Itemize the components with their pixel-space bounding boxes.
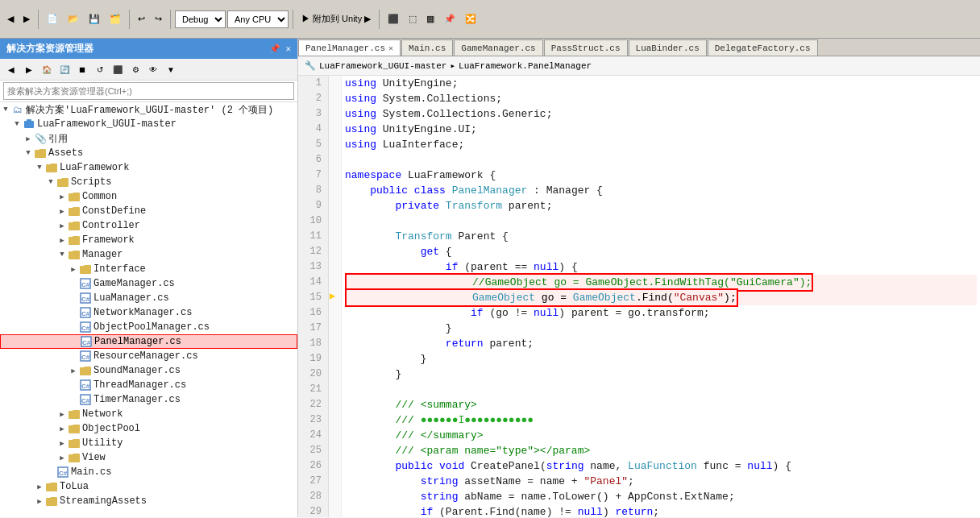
st-stop[interactable]: ⏹ bbox=[74, 61, 90, 77]
close-btn[interactable]: ✕ bbox=[285, 44, 291, 54]
tree-item-manager[interactable]: ▼Manager bbox=[0, 247, 297, 262]
editor-tab-passstructcs[interactable]: PassStruct.cs bbox=[544, 39, 628, 56]
tree-item-maincs[interactable]: C#Main.cs bbox=[0, 465, 297, 479]
line-number-14: 14 bbox=[305, 275, 322, 290]
tool3[interactable]: ▦ bbox=[422, 11, 438, 27]
tree-item-label: Assets bbox=[48, 147, 83, 159]
tree-item-utility[interactable]: ▶Utility bbox=[0, 436, 297, 450]
redo-btn[interactable]: ↪ bbox=[151, 11, 166, 27]
tree-arrow-icon[interactable]: ▶ bbox=[68, 365, 79, 376]
tree-item-luaframework[interactable]: ▼LuaFramework bbox=[0, 160, 297, 175]
tree-arrow-icon[interactable]: ▶ bbox=[56, 234, 68, 246]
code-token: } bbox=[345, 321, 452, 336]
tree-arrow-icon[interactable]: ▼ bbox=[11, 118, 23, 130]
tree-arrow-icon[interactable]: ▼ bbox=[45, 176, 56, 188]
editor-tab-delegatefactorycs[interactable]: DelegateFactory.cs bbox=[708, 39, 818, 56]
new-btn[interactable]: 📄 bbox=[43, 11, 62, 27]
code-token bbox=[345, 229, 395, 244]
tree-arrow-icon[interactable]: ▼ bbox=[34, 162, 45, 173]
tree-arrow-icon[interactable]: ▼ bbox=[23, 147, 34, 159]
tree-item-soundmanager[interactable]: ▶SoundManager.cs bbox=[0, 363, 297, 378]
tree-item-scripts[interactable]: ▼Scripts bbox=[0, 175, 297, 189]
tree-arrow-icon[interactable]: ▶ bbox=[56, 205, 68, 217]
tree-item-ref[interactable]: ▶📎引用 bbox=[0, 131, 297, 146]
editor-tab-maincs[interactable]: Main.cs bbox=[401, 39, 453, 56]
tree-arrow-icon[interactable]: ▶ bbox=[56, 191, 68, 202]
st-preview[interactable]: 👁 bbox=[145, 61, 161, 77]
save-btn[interactable]: 💾 bbox=[85, 11, 104, 27]
tree-item-common[interactable]: ▶Common bbox=[0, 189, 297, 204]
editor-tab-gamemanagercs[interactable]: GameManager.cs bbox=[454, 39, 542, 56]
tree-item-interface[interactable]: ▶Interface bbox=[0, 262, 297, 276]
st-home[interactable]: 🏠 bbox=[39, 61, 55, 77]
tree-item-objectpool[interactable]: ▶ObjectPool bbox=[0, 421, 297, 436]
code-line-6 bbox=[345, 152, 977, 168]
tree-arrow-icon[interactable]: ▼ bbox=[56, 249, 68, 260]
forward-btn[interactable]: ▶ bbox=[19, 11, 34, 27]
pin-btn[interactable]: 📌 bbox=[269, 44, 280, 54]
tree-arrow-icon[interactable]: ▶ bbox=[34, 495, 45, 507]
tree-arrow-icon[interactable]: ▶ bbox=[68, 263, 79, 275]
tree-arrow-icon[interactable]: ▶ bbox=[56, 452, 68, 463]
tree-item-tolua[interactable]: ▶ToLua bbox=[0, 479, 297, 494]
back-btn[interactable]: ◀ bbox=[3, 11, 18, 27]
code-area[interactable]: using UnityEngine;using System.Collectio… bbox=[342, 76, 980, 517]
tree-file-icon bbox=[68, 249, 81, 260]
tree-item-objectpoolmanager[interactable]: C#ObjectPoolManager.cs bbox=[0, 320, 297, 334]
tool5[interactable]: 🔀 bbox=[461, 11, 480, 27]
tree-item-gamemanager[interactable]: C#GameManager.cs bbox=[0, 276, 297, 291]
tree-arrow-icon[interactable]: ▶ bbox=[56, 423, 68, 434]
st-sync[interactable]: 🔄 bbox=[56, 61, 73, 77]
tree-item-solution[interactable]: ▼🗂解决方案'LuaFramework_UGUI-master' (2 个项目) bbox=[0, 102, 297, 117]
search-input[interactable] bbox=[3, 82, 294, 100]
tree-arrow-icon[interactable]: ▶ bbox=[23, 133, 34, 144]
save-all-btn[interactable]: 🗂️ bbox=[106, 11, 125, 27]
tree-item-network[interactable]: ▶Network bbox=[0, 407, 297, 421]
debug-select[interactable]: Debug bbox=[175, 10, 226, 28]
tree-item-framework[interactable]: ▶Framework bbox=[0, 233, 297, 247]
code-token bbox=[345, 336, 446, 351]
st-back[interactable]: ◀ bbox=[3, 61, 19, 77]
tree-arrow-icon[interactable]: ▶ bbox=[56, 437, 68, 449]
editor-tab-luabindercs[interactable]: LuaBinder.cs bbox=[629, 39, 707, 56]
tree-arrow-icon[interactable]: ▶ bbox=[56, 408, 68, 420]
tree-arrow-icon[interactable]: ▶ bbox=[34, 481, 45, 492]
tree-item-networkmanager[interactable]: C#NetworkManager.cs bbox=[0, 305, 297, 320]
tree-item-constdefine[interactable]: ▶ConstDefine bbox=[0, 204, 297, 218]
tree-item-resourcemanager[interactable]: C#ResourceManager.cs bbox=[0, 349, 297, 363]
tool4[interactable]: 📌 bbox=[440, 11, 459, 27]
editor-tab-panelmanagercs[interactable]: PanelManager.cs✕ bbox=[298, 39, 401, 56]
svg-rect-1 bbox=[27, 119, 31, 122]
tree-arrow-icon[interactable]: ▼ bbox=[0, 104, 11, 115]
sidebar-search-bar[interactable] bbox=[0, 81, 297, 102]
tool2[interactable]: ⬚ bbox=[405, 11, 421, 27]
tree-item-view[interactable]: ▶View bbox=[0, 450, 297, 465]
tree-item-panelmanager[interactable]: C#PanelManager.cs bbox=[0, 334, 297, 349]
tree-item-threadmanager[interactable]: C#ThreadManager.cs bbox=[0, 378, 297, 392]
st-refresh[interactable]: ↺ bbox=[92, 61, 108, 77]
code-token: Parent { bbox=[452, 229, 509, 244]
tree-item-luamanager[interactable]: C#LuaManager.cs bbox=[0, 291, 297, 305]
open-btn[interactable]: 📂 bbox=[64, 11, 83, 27]
tree-arrow-icon[interactable]: ▶ bbox=[56, 220, 68, 231]
undo-btn[interactable]: ↩ bbox=[134, 11, 149, 27]
st-forward[interactable]: ▶ bbox=[21, 61, 37, 77]
tool1[interactable]: ⬛ bbox=[384, 11, 403, 27]
gutter-row-21 bbox=[329, 382, 341, 397]
line-number-19: 19 bbox=[305, 351, 322, 367]
svg-text:C#: C# bbox=[81, 281, 90, 288]
tree-item-streamingassets[interactable]: ▶StreamingAssets bbox=[0, 494, 297, 508]
attach-unity-btn[interactable]: ▶ 附加到 Unity ▶ bbox=[297, 10, 375, 27]
st-collapse[interactable]: ⬛ bbox=[110, 61, 126, 77]
svg-text:C#: C# bbox=[59, 470, 68, 477]
code-token: } bbox=[345, 367, 401, 382]
tree-file-icon bbox=[79, 263, 92, 275]
tree-item-project[interactable]: ▼LuaFramework_UGUI-master bbox=[0, 117, 297, 131]
cpu-select[interactable]: Any CPU bbox=[227, 10, 289, 28]
st-settings[interactable]: ⚙ bbox=[127, 61, 143, 77]
tree-item-timermanager[interactable]: C#TimerManager.cs bbox=[0, 392, 297, 407]
tree-item-assets[interactable]: ▼Assets bbox=[0, 146, 297, 160]
tree-item-controller[interactable]: ▶Controller bbox=[0, 218, 297, 233]
st-filter[interactable]: ▼ bbox=[163, 61, 179, 77]
tab-close-icon[interactable]: ✕ bbox=[388, 44, 393, 53]
